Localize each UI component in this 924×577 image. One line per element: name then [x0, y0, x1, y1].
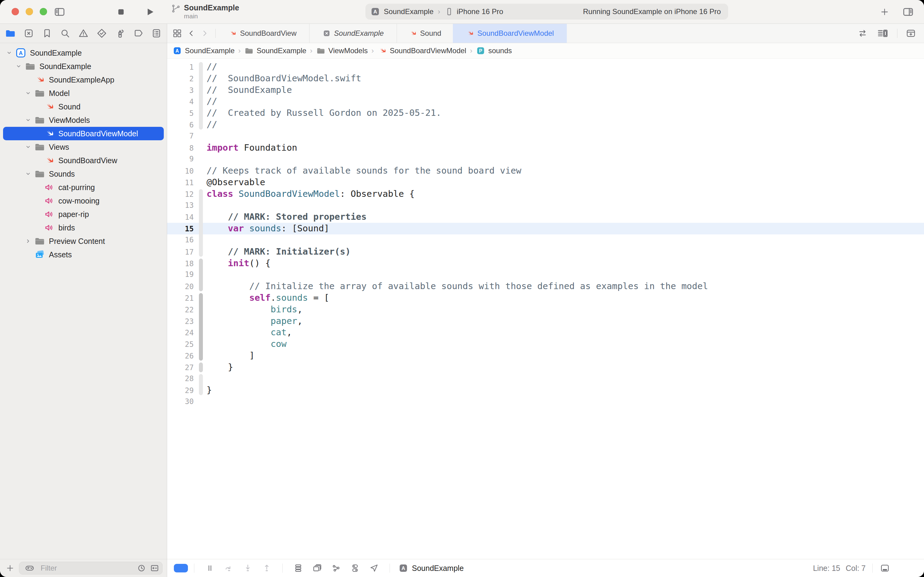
editor-options-icon[interactable]	[876, 27, 889, 39]
code-line-6[interactable]: 6//	[167, 119, 924, 131]
code-line-30[interactable]: 30	[167, 396, 924, 408]
run-destination[interactable]: iPhone 16 Pro	[457, 7, 503, 16]
back-icon[interactable]	[187, 29, 196, 38]
recent-files-icon[interactable]	[137, 563, 146, 573]
add-editor-icon[interactable]	[905, 28, 916, 39]
minimize-button[interactable]	[26, 8, 33, 15]
line-number[interactable]: 25	[167, 339, 194, 351]
close-button[interactable]	[11, 8, 19, 15]
tree-item-birds[interactable]: birds	[3, 221, 164, 234]
code-line-23[interactable]: 23 paper,	[167, 315, 924, 327]
line-number[interactable]: 24	[167, 327, 194, 339]
tree-item-cat-purring[interactable]: cat-purring	[3, 181, 164, 194]
code-line-20[interactable]: 20 // Initalize the array of available s…	[167, 280, 924, 292]
tree-item-assets[interactable]: Assets	[3, 248, 164, 261]
chevron-down-icon[interactable]	[24, 169, 32, 178]
line-number[interactable]: 28	[167, 373, 194, 385]
code-line-24[interactable]: 24 cat,	[167, 327, 924, 338]
code-line-17[interactable]: 17 // MARK: Initializer(s)	[167, 246, 924, 258]
tree-item-soundboardview[interactable]: SoundBoardView	[3, 154, 164, 167]
tree-item-model[interactable]: Model	[3, 87, 164, 100]
code-line-5[interactable]: 5// Created by Russell Gordon on 2025-05…	[167, 107, 924, 119]
line-number[interactable]: 30	[167, 396, 194, 408]
code-line-4[interactable]: 4//	[167, 96, 924, 107]
line-number[interactable]: 5	[167, 108, 194, 119]
tab-sound[interactable]: Sound	[397, 24, 453, 43]
tab-soundexample[interactable]: SoundExample	[309, 24, 397, 43]
filter-field[interactable]: Filter	[19, 562, 163, 575]
step-over-icon[interactable]	[224, 563, 234, 573]
line-number[interactable]: 6	[167, 119, 194, 131]
debug-hierarchy-icon[interactable]	[331, 563, 341, 573]
line-number[interactable]: 27	[167, 362, 194, 374]
toggle-inspector-icon[interactable]	[902, 6, 914, 18]
line-number[interactable]: 10	[167, 166, 194, 177]
tree-item-soundexample[interactable]: ASoundExample	[3, 46, 164, 60]
nav-find-icon[interactable]	[60, 28, 71, 39]
environment-overrides-icon[interactable]	[350, 563, 360, 573]
tree-item-views[interactable]: Views	[3, 140, 164, 154]
line-number[interactable]: 29	[167, 385, 194, 397]
code-line-9[interactable]: 9	[167, 153, 924, 165]
line-number[interactable]: 17	[167, 247, 194, 258]
code-line-28[interactable]: 28	[167, 373, 924, 385]
filter-icon[interactable]	[22, 563, 38, 573]
run-button[interactable]	[143, 6, 156, 18]
code-line-2[interactable]: 2// SoundBoardViewModel.swift	[167, 73, 924, 84]
chevron-down-icon[interactable]	[5, 48, 13, 57]
zoom-button[interactable]	[40, 8, 47, 15]
related-items-icon[interactable]	[857, 28, 868, 39]
nav-tests-icon[interactable]	[96, 28, 107, 39]
code-line-14[interactable]: 14 // MARK: Stored properties	[167, 211, 924, 223]
stop-button[interactable]	[116, 6, 127, 18]
breakpoints-toggle[interactable]	[174, 564, 188, 572]
line-number[interactable]: 8	[167, 143, 194, 154]
editor-overview-icon[interactable]	[172, 28, 182, 39]
tree-item-cow-mooing[interactable]: cow-mooing	[3, 194, 164, 208]
tree-item-soundboardviewmodel[interactable]: SoundBoardViewModel	[3, 127, 164, 140]
code-line-7[interactable]: 7	[167, 131, 924, 142]
line-number[interactable]: 19	[167, 269, 194, 280]
nav-changes-icon[interactable]	[23, 28, 34, 39]
line-number[interactable]: 18	[167, 258, 194, 270]
line-number[interactable]: 7	[167, 131, 194, 142]
line-number[interactable]: 23	[167, 316, 194, 328]
code-line-16[interactable]: 16	[167, 234, 924, 246]
code-line-10[interactable]: 10// Keeps track of available sounds for…	[167, 165, 924, 177]
line-number[interactable]: 14	[167, 212, 194, 223]
code-line-8[interactable]: 8import Foundation	[167, 142, 924, 154]
nav-bookmarks-icon[interactable]	[42, 28, 53, 39]
nav-debug-icon[interactable]	[114, 28, 126, 39]
tree-item-preview-content[interactable]: Preview Content	[3, 234, 164, 248]
code-line-3[interactable]: 3// SoundExample	[167, 84, 924, 96]
line-number[interactable]: 1	[167, 62, 194, 73]
tab-soundboardviewmodel[interactable]: SoundBoardViewModel	[453, 24, 567, 43]
tab-soundboardview[interactable]: SoundBoardView	[216, 24, 309, 43]
line-number[interactable]: 9	[167, 153, 194, 165]
code-line-19[interactable]: 19	[167, 269, 924, 280]
line-number[interactable]: 15	[167, 223, 194, 235]
code-line-1[interactable]: 1//	[167, 61, 924, 73]
forward-icon[interactable]	[200, 29, 209, 38]
toggle-navigator-icon[interactable]	[54, 6, 65, 18]
jumpbar-item-soundexample[interactable]: SoundExample	[245, 46, 306, 55]
step-into-icon[interactable]	[243, 563, 253, 573]
code-line-13[interactable]: 13	[167, 200, 924, 211]
chevron-down-icon[interactable]	[24, 89, 32, 97]
nav-issues-icon[interactable]	[78, 28, 89, 39]
line-number[interactable]: 13	[167, 200, 194, 211]
tree-item-soundexample[interactable]: SoundExample	[3, 60, 164, 73]
memory-graph-icon[interactable]	[312, 563, 322, 573]
tree-item-paper-rip[interactable]: paper-rip	[3, 208, 164, 221]
simulate-location-icon[interactable]	[369, 563, 379, 573]
scheme-name[interactable]: SoundExample	[384, 7, 434, 16]
code-line-27[interactable]: 27 }	[167, 361, 924, 373]
pause-icon[interactable]	[205, 563, 215, 573]
code-line-11[interactable]: 11@Observable	[167, 177, 924, 188]
line-number[interactable]: 21	[167, 293, 194, 305]
jumpbar-item-viewmodels[interactable]: ViewModels	[316, 46, 368, 55]
line-number[interactable]: 22	[167, 305, 194, 316]
jumpbar-item-soundboardviewmodel[interactable]: SoundBoardViewModel	[378, 46, 466, 55]
jumpbar-item-sounds[interactable]: Psounds	[476, 46, 512, 55]
scheme-status-bar[interactable]: A SoundExample › iPhone 16 Pro Running S…	[365, 4, 728, 19]
